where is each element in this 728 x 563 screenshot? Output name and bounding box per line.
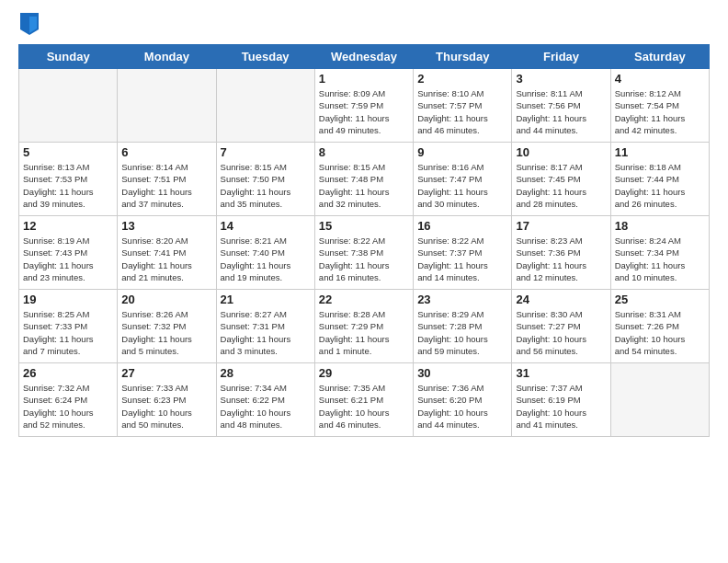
day-header-wednesday: Wednesday	[314, 45, 413, 69]
day-number: 5	[23, 145, 113, 159]
calendar-cell	[19, 69, 118, 143]
day-number: 8	[319, 145, 409, 159]
day-info: Sunrise: 8:16 AM Sunset: 7:47 PM Dayligh…	[417, 161, 507, 210]
calendar-cell: 11Sunrise: 8:18 AM Sunset: 7:44 PM Dayli…	[610, 143, 709, 216]
day-number: 20	[121, 293, 211, 306]
day-number: 15	[319, 219, 409, 233]
calendar-cell: 3Sunrise: 8:11 AM Sunset: 7:56 PM Daylig…	[512, 69, 610, 143]
day-info: Sunrise: 7:33 AM Sunset: 6:23 PM Dayligh…	[121, 382, 211, 431]
calendar-cell: 30Sunrise: 7:36 AM Sunset: 6:20 PM Dayli…	[414, 363, 512, 437]
day-number: 10	[516, 145, 606, 159]
day-number: 26	[23, 366, 113, 380]
calendar-cell: 28Sunrise: 7:34 AM Sunset: 6:22 PM Dayli…	[216, 363, 314, 437]
day-number: 7	[221, 145, 311, 159]
day-info: Sunrise: 8:09 AM Sunset: 7:59 PM Dayligh…	[319, 87, 409, 136]
day-number: 9	[417, 145, 507, 159]
calendar-cell: 19Sunrise: 8:25 AM Sunset: 7:33 PM Dayli…	[19, 290, 118, 363]
page: SundayMondayTuesdayWednesdayThursdayFrid…	[0, 0, 728, 563]
day-header-thursday: Thursday	[414, 45, 512, 69]
day-info: Sunrise: 7:34 AM Sunset: 6:22 PM Dayligh…	[221, 382, 311, 431]
day-info: Sunrise: 8:14 AM Sunset: 7:51 PM Dayligh…	[121, 161, 211, 210]
calendar-cell: 27Sunrise: 7:33 AM Sunset: 6:23 PM Dayli…	[118, 363, 216, 437]
calendar-week-2: 5Sunrise: 8:13 AM Sunset: 7:53 PM Daylig…	[19, 143, 710, 216]
calendar-week-4: 19Sunrise: 8:25 AM Sunset: 7:33 PM Dayli…	[19, 290, 710, 363]
day-info: Sunrise: 8:27 AM Sunset: 7:31 PM Dayligh…	[221, 308, 311, 357]
calendar-cell: 23Sunrise: 8:29 AM Sunset: 7:28 PM Dayli…	[414, 290, 512, 363]
day-info: Sunrise: 8:28 AM Sunset: 7:29 PM Dayligh…	[319, 308, 409, 357]
day-info: Sunrise: 8:13 AM Sunset: 7:53 PM Dayligh…	[23, 161, 113, 210]
day-number: 17	[516, 219, 606, 233]
day-number: 31	[516, 366, 606, 380]
day-info: Sunrise: 8:11 AM Sunset: 7:56 PM Dayligh…	[516, 87, 606, 136]
calendar-cell: 4Sunrise: 8:12 AM Sunset: 7:54 PM Daylig…	[610, 69, 709, 143]
calendar-cell: 17Sunrise: 8:23 AM Sunset: 7:36 PM Dayli…	[512, 216, 610, 290]
day-info: Sunrise: 8:17 AM Sunset: 7:45 PM Dayligh…	[516, 161, 606, 210]
calendar-cell	[118, 69, 216, 143]
calendar-cell: 1Sunrise: 8:09 AM Sunset: 7:59 PM Daylig…	[314, 69, 413, 143]
day-info: Sunrise: 8:21 AM Sunset: 7:40 PM Dayligh…	[221, 235, 311, 283]
calendar-cell: 18Sunrise: 8:24 AM Sunset: 7:34 PM Dayli…	[610, 216, 709, 290]
day-header-sunday: Sunday	[19, 45, 118, 69]
calendar-cell: 13Sunrise: 8:20 AM Sunset: 7:41 PM Dayli…	[118, 216, 216, 290]
day-number: 3	[516, 72, 606, 86]
calendar-cell: 10Sunrise: 8:17 AM Sunset: 7:45 PM Dayli…	[512, 143, 610, 216]
calendar: SundayMondayTuesdayWednesdayThursdayFrid…	[18, 44, 710, 437]
calendar-header-row: SundayMondayTuesdayWednesdayThursdayFrid…	[19, 45, 710, 69]
day-info: Sunrise: 8:19 AM Sunset: 7:43 PM Dayligh…	[23, 235, 113, 283]
day-info: Sunrise: 7:36 AM Sunset: 6:20 PM Dayligh…	[417, 382, 507, 431]
day-info: Sunrise: 8:24 AM Sunset: 7:34 PM Dayligh…	[615, 235, 705, 283]
day-info: Sunrise: 7:35 AM Sunset: 6:21 PM Dayligh…	[319, 382, 409, 431]
day-number: 23	[417, 293, 507, 306]
day-info: Sunrise: 8:30 AM Sunset: 7:27 PM Dayligh…	[516, 308, 606, 357]
calendar-cell: 24Sunrise: 8:30 AM Sunset: 7:27 PM Dayli…	[512, 290, 610, 363]
day-info: Sunrise: 8:23 AM Sunset: 7:36 PM Dayligh…	[516, 235, 606, 283]
day-info: Sunrise: 8:22 AM Sunset: 7:38 PM Dayligh…	[319, 235, 409, 283]
day-info: Sunrise: 7:32 AM Sunset: 6:24 PM Dayligh…	[23, 382, 113, 431]
day-number: 30	[417, 366, 507, 380]
day-number: 25	[615, 293, 705, 306]
calendar-cell: 14Sunrise: 8:21 AM Sunset: 7:40 PM Dayli…	[216, 216, 314, 290]
calendar-cell: 26Sunrise: 7:32 AM Sunset: 6:24 PM Dayli…	[19, 363, 118, 437]
calendar-week-3: 12Sunrise: 8:19 AM Sunset: 7:43 PM Dayli…	[19, 216, 710, 290]
day-info: Sunrise: 8:10 AM Sunset: 7:57 PM Dayligh…	[417, 87, 507, 136]
logo-icon	[20, 13, 39, 35]
day-number: 14	[221, 219, 311, 233]
calendar-cell: 25Sunrise: 8:31 AM Sunset: 7:26 PM Dayli…	[610, 290, 709, 363]
day-header-friday: Friday	[512, 45, 610, 69]
day-number: 27	[121, 366, 211, 380]
day-number: 11	[615, 145, 705, 159]
day-info: Sunrise: 8:15 AM Sunset: 7:48 PM Dayligh…	[319, 161, 409, 210]
day-number: 18	[615, 219, 705, 233]
calendar-week-1: 1Sunrise: 8:09 AM Sunset: 7:59 PM Daylig…	[19, 69, 710, 143]
logo	[18, 15, 39, 35]
calendar-cell: 22Sunrise: 8:28 AM Sunset: 7:29 PM Dayli…	[314, 290, 413, 363]
calendar-cell: 21Sunrise: 8:27 AM Sunset: 7:31 PM Dayli…	[216, 290, 314, 363]
day-number: 29	[319, 366, 409, 380]
day-info: Sunrise: 8:22 AM Sunset: 7:37 PM Dayligh…	[417, 235, 507, 283]
calendar-cell: 8Sunrise: 8:15 AM Sunset: 7:48 PM Daylig…	[314, 143, 413, 216]
day-number: 16	[417, 219, 507, 233]
calendar-cell: 9Sunrise: 8:16 AM Sunset: 7:47 PM Daylig…	[414, 143, 512, 216]
day-info: Sunrise: 8:31 AM Sunset: 7:26 PM Dayligh…	[615, 308, 705, 357]
calendar-cell: 15Sunrise: 8:22 AM Sunset: 7:38 PM Dayli…	[314, 216, 413, 290]
day-number: 13	[121, 219, 211, 233]
calendar-cell: 6Sunrise: 8:14 AM Sunset: 7:51 PM Daylig…	[118, 143, 216, 216]
day-number: 4	[615, 72, 705, 86]
calendar-cell: 7Sunrise: 8:15 AM Sunset: 7:50 PM Daylig…	[216, 143, 314, 216]
day-info: Sunrise: 8:29 AM Sunset: 7:28 PM Dayligh…	[417, 308, 507, 357]
day-number: 19	[23, 293, 113, 306]
day-info: Sunrise: 8:26 AM Sunset: 7:32 PM Dayligh…	[121, 308, 211, 357]
day-info: Sunrise: 8:12 AM Sunset: 7:54 PM Dayligh…	[615, 87, 705, 136]
day-info: Sunrise: 8:25 AM Sunset: 7:33 PM Dayligh…	[23, 308, 113, 357]
day-number: 12	[23, 219, 113, 233]
calendar-cell: 29Sunrise: 7:35 AM Sunset: 6:21 PM Dayli…	[314, 363, 413, 437]
day-number: 6	[121, 145, 211, 159]
calendar-cell: 2Sunrise: 8:10 AM Sunset: 7:57 PM Daylig…	[414, 69, 512, 143]
calendar-week-5: 26Sunrise: 7:32 AM Sunset: 6:24 PM Dayli…	[19, 363, 710, 437]
day-header-tuesday: Tuesday	[216, 45, 314, 69]
calendar-cell	[216, 69, 314, 143]
calendar-cell: 20Sunrise: 8:26 AM Sunset: 7:32 PM Dayli…	[118, 290, 216, 363]
day-info: Sunrise: 8:18 AM Sunset: 7:44 PM Dayligh…	[615, 161, 705, 210]
day-number: 24	[516, 293, 606, 306]
day-info: Sunrise: 8:20 AM Sunset: 7:41 PM Dayligh…	[121, 235, 211, 283]
